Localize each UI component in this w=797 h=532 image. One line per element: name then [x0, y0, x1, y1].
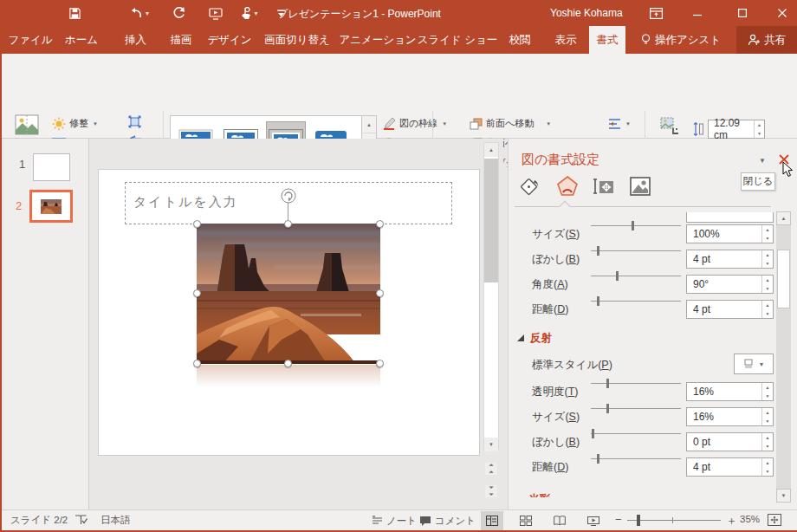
touch-mode-button[interactable]: ▼	[234, 3, 265, 23]
slide-vertical-scrollbar[interactable]: ▲ ▼	[483, 142, 499, 451]
shadow-blur-slider[interactable]	[591, 250, 681, 251]
spin-arrows[interactable]: ▲▼	[761, 458, 773, 476]
redo-button[interactable]	[168, 3, 189, 23]
comments-button[interactable]: コメント	[419, 511, 476, 530]
resize-handle-e[interactable]	[376, 289, 384, 297]
rotation-handle[interactable]	[281, 188, 296, 204]
slide-indicator[interactable]: スライド 2/2	[10, 514, 68, 527]
language-indicator[interactable]: 日本語	[100, 514, 131, 527]
shadow-distance-field[interactable]: 4 pt▲▼	[686, 300, 774, 319]
start-slideshow-button[interactable]	[205, 3, 226, 23]
touch-dropdown-caret[interactable]: ▼	[253, 10, 259, 16]
spell-check-icon[interactable]	[75, 514, 87, 526]
slide-sorter-view-button[interactable]	[515, 511, 537, 530]
previous-slide-button[interactable]: ⏶⏶	[485, 463, 497, 475]
ribbon-display-options-button[interactable]	[641, 0, 671, 26]
resize-handle-sw[interactable]	[193, 360, 201, 367]
undo-dropdown-caret[interactable]: ▼	[145, 10, 151, 16]
corrections-button[interactable]: 修整▼	[52, 115, 98, 132]
tab-review[interactable]: 校閲	[499, 26, 541, 54]
shape-height-field[interactable]: 12.09 cm ▲▼	[708, 120, 765, 139]
account-user-name[interactable]: Yoshie Kohama	[550, 7, 623, 19]
zoom-out-button[interactable]: −	[615, 513, 622, 526]
fit-to-window-button[interactable]	[768, 514, 781, 526]
tab-animations[interactable]: アニメーション	[340, 26, 416, 54]
pane-options-caret[interactable]: ▼	[759, 157, 766, 165]
tab-home[interactable]: ホーム	[59, 26, 104, 54]
zoom-slider-thumb[interactable]	[637, 515, 640, 526]
gallery-up-button[interactable]: ▲	[362, 116, 376, 133]
shadow-distance-slider[interactable]	[591, 301, 681, 302]
shadow-size-field[interactable]: 100%▲▼	[686, 224, 774, 243]
normal-view-button[interactable]	[481, 511, 503, 530]
spin-arrows[interactable]: ▲▼	[761, 301, 773, 318]
spin-arrows[interactable]: ▲▼	[761, 225, 773, 243]
minimize-button[interactable]	[683, 0, 712, 26]
section-expand-triangle[interactable]	[517, 334, 524, 341]
resize-handle-ne[interactable]	[376, 220, 384, 228]
spin-arrows[interactable]: ▲▼	[761, 250, 773, 268]
tab-insert[interactable]: 挿入	[113, 26, 158, 54]
reflection-distance-field[interactable]: 4 pt▲▼	[686, 457, 774, 477]
maximize-button[interactable]	[728, 0, 757, 26]
slideshow-view-button[interactable]	[582, 511, 605, 530]
pane-scroll-down-button[interactable]: ▼	[776, 489, 791, 503]
pane-tab-picture[interactable]	[629, 175, 651, 198]
resize-handle-nw[interactable]	[193, 220, 201, 228]
height-spin-arrows[interactable]: ▲▼	[754, 120, 764, 138]
spin-arrows[interactable]: ▲▼	[761, 276, 773, 293]
save-button[interactable]	[64, 3, 85, 23]
shadow-size-slider[interactable]	[591, 225, 681, 226]
reading-view-button[interactable]	[548, 511, 571, 530]
tab-view[interactable]: 表示	[546, 26, 586, 54]
compress-picture-button[interactable]	[128, 115, 141, 128]
resize-handle-s[interactable]	[284, 360, 292, 367]
align-objects-button[interactable]: ▼	[608, 115, 631, 132]
zoom-slider-track[interactable]	[627, 520, 721, 521]
scrollbar-thumb[interactable]	[484, 159, 498, 282]
tab-design[interactable]: デザイン	[204, 26, 255, 54]
pane-tab-effects-active[interactable]	[556, 175, 579, 198]
shadow-blur-field[interactable]: 4 pt▲▼	[686, 250, 774, 269]
reflection-blur-slider[interactable]	[591, 433, 681, 434]
share-button[interactable]: 共有	[736, 26, 797, 54]
reflection-transparency-slider[interactable]	[591, 383, 681, 384]
reflection-size-slider[interactable]	[591, 408, 681, 409]
tab-format[interactable]: 書式	[589, 26, 625, 54]
pane-tab-fill-line[interactable]	[520, 175, 542, 198]
pane-vertical-scrollbar[interactable]: ▲ ▼	[776, 211, 791, 503]
notes-button[interactable]: ノート	[372, 511, 417, 530]
spin-arrows[interactable]: ▲▼	[761, 383, 773, 400]
selected-picture[interactable]	[197, 224, 380, 364]
scroll-up-button[interactable]: ▲	[484, 143, 498, 157]
spin-arrows[interactable]: ▲▼	[761, 433, 773, 451]
close-window-button[interactable]	[768, 0, 797, 26]
scroll-down-button[interactable]: ▼	[484, 438, 498, 451]
tab-file[interactable]: ファイル	[10, 26, 50, 54]
zoom-level[interactable]: 35%	[740, 514, 760, 524]
resize-handle-n[interactable]	[284, 220, 292, 228]
next-slide-button[interactable]: ⏷⏷	[485, 485, 497, 497]
tab-tell-me[interactable]: 操作アシスト	[634, 26, 728, 54]
reflection-size-field[interactable]: 16%▲▼	[686, 407, 774, 426]
shadow-angle-slider[interactable]	[591, 276, 681, 276]
tab-slideshow[interactable]: スライド ショー	[421, 26, 494, 54]
undo-button[interactable]: ▼	[125, 3, 154, 23]
tab-draw[interactable]: 描画	[163, 26, 199, 54]
slide1-thumbnail[interactable]	[33, 153, 70, 181]
pane-tab-size-properties[interactable]	[593, 175, 615, 198]
shadow-angle-field[interactable]: 90°▲▼	[686, 275, 774, 294]
slide2-thumbnail-selected[interactable]	[29, 190, 73, 223]
spin-arrows[interactable]: ▲▼	[761, 408, 773, 425]
picture-border-button[interactable]: 図の枠線▼	[383, 115, 447, 132]
reflection-presets-dropdown[interactable]: ▼	[734, 354, 774, 374]
resize-handle-se[interactable]	[376, 360, 384, 367]
bring-forward-button[interactable]: 前面へ移動▼	[470, 115, 551, 132]
reflection-section-header[interactable]: 反射	[530, 331, 552, 346]
pane-scroll-up-button[interactable]: ▲	[776, 211, 791, 225]
zoom-in-button[interactable]: ＋	[726, 513, 737, 529]
reflection-distance-slider[interactable]	[591, 458, 681, 459]
resize-handle-w[interactable]	[193, 289, 201, 297]
reflection-transparency-field[interactable]: 16%▲▼	[686, 382, 774, 401]
pane-scrollbar-thumb[interactable]	[777, 250, 790, 308]
